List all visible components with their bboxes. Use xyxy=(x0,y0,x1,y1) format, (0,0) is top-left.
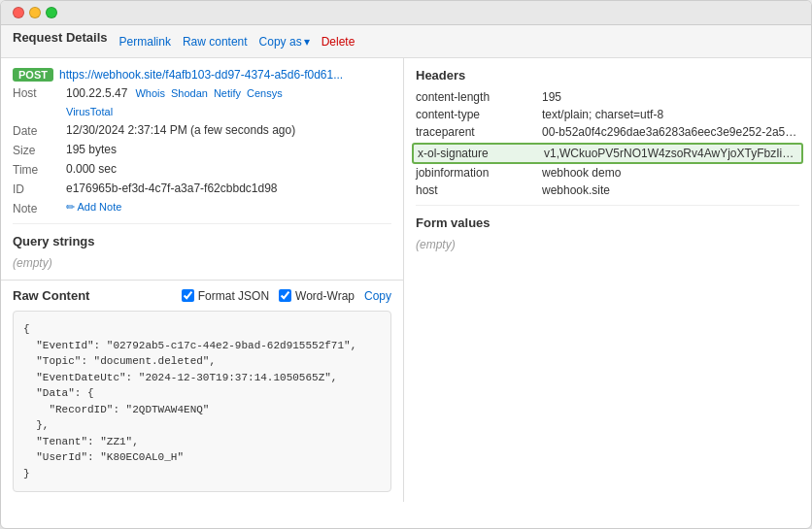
host-row: Host 100.22.5.47 Whois Shodan Netify Cen… xyxy=(13,86,391,100)
query-strings-section: Query strings (empty) xyxy=(13,234,391,270)
toolbar: Request Details Permalink Raw content Co… xyxy=(1,25,811,58)
query-strings-title: Query strings xyxy=(13,234,391,248)
divider-1 xyxy=(13,223,391,224)
header-row: traceparent00-b52a0f4c296dae3a6283a6eec3… xyxy=(416,125,799,139)
delete-link[interactable]: Delete xyxy=(321,35,355,49)
netify-link[interactable]: Netify xyxy=(214,87,241,99)
window-controls xyxy=(13,7,57,18)
raw-content-title: Raw Content xyxy=(13,288,172,303)
query-strings-empty: (empty) xyxy=(13,256,52,270)
copy-as-dropdown[interactable]: Copy as ▾ xyxy=(259,35,310,49)
header-name: host xyxy=(416,183,542,197)
id-row: ID e176965b-ef3d-4c7f-a3a7-f62cbbdc1d98 xyxy=(13,182,391,196)
id-value: e176965b-ef3d-4c7f-a3a7-f62cbbdc1d98 xyxy=(66,182,391,195)
method-badge: POST xyxy=(13,68,53,82)
id-label: ID xyxy=(13,182,66,196)
shodan-link[interactable]: Shodan xyxy=(171,87,208,99)
note-label: Note xyxy=(13,201,66,215)
divider-2 xyxy=(416,205,799,206)
raw-content-header: Raw Content Format JSON Word-Wrap Copy xyxy=(13,288,391,303)
url-text[interactable]: https://webhook.site/f4afb103-dd97-4374-… xyxy=(59,68,343,82)
format-json-label: Format JSON xyxy=(198,289,269,303)
panels-container: POST https://webhook.site/f4afb103-dd97-… xyxy=(1,58,811,502)
time-label: Time xyxy=(13,162,66,177)
maximize-button[interactable] xyxy=(46,7,57,18)
form-values-title: Form values xyxy=(416,215,799,230)
date-value: 12/30/2024 2:37:14 PM (a few seconds ago… xyxy=(66,123,391,137)
raw-content-section: Raw Content Format JSON Word-Wrap Copy {… xyxy=(1,280,403,502)
word-wrap-checkbox-label[interactable]: Word-Wrap xyxy=(279,289,355,303)
raw-code-block: { "EventId": "02792ab5-c17c-44e2-9bad-62… xyxy=(13,311,391,492)
header-row: jobinformationwebhook demo xyxy=(416,166,799,180)
header-value: 00-b52a0f4c296dae3a6283a6eec3e9e252-2a5c… xyxy=(542,125,799,139)
header-name: jobinformation xyxy=(416,166,542,180)
host-links: Whois Shodan Netify Censys xyxy=(135,87,282,99)
title-bar xyxy=(1,1,811,25)
add-note-link[interactable]: ✏ Add Note xyxy=(66,201,121,214)
header-value: text/plain; charset=utf-8 xyxy=(542,108,799,121)
copy-as-label: Copy as xyxy=(259,35,302,49)
header-name: traceparent xyxy=(416,125,542,139)
raw-content-link[interactable]: Raw content xyxy=(183,35,248,49)
left-panel: POST https://webhook.site/f4afb103-dd97-… xyxy=(1,58,404,502)
time-row: Time 0.000 sec xyxy=(13,162,391,177)
format-json-checkbox[interactable] xyxy=(182,289,194,302)
header-row: content-typetext/plain; charset=utf-8 xyxy=(416,108,799,121)
form-values-section: Form values (empty) xyxy=(416,215,799,251)
word-wrap-checkbox[interactable] xyxy=(279,289,291,302)
censys-link[interactable]: Censys xyxy=(247,87,283,99)
date-row: Date 12/30/2024 2:37:14 PM (a few second… xyxy=(13,123,391,138)
header-row: content-length195 xyxy=(416,90,799,104)
size-label: Size xyxy=(13,143,66,157)
permalink-link[interactable]: Permalink xyxy=(119,35,171,49)
header-name: x-ol-signature xyxy=(418,147,544,160)
host-label: Host xyxy=(13,86,66,100)
form-values-empty: (empty) xyxy=(416,238,456,251)
header-value: v1,WCkuoPV5rNO1W4zsoRv4AwYjoXTyFbzIiTEmi… xyxy=(544,147,797,160)
date-label: Date xyxy=(13,123,66,138)
headers-list: content-length195content-typetext/plain;… xyxy=(416,90,799,197)
main-window: Request Details Permalink Raw content Co… xyxy=(0,0,812,529)
raw-copy-link[interactable]: Copy xyxy=(364,289,391,303)
whois-link[interactable]: Whois xyxy=(135,87,165,99)
header-name: content-type xyxy=(416,108,542,121)
copy-as-arrow-icon: ▾ xyxy=(304,35,310,49)
size-value: 195 bytes xyxy=(66,143,391,156)
header-name: content-length xyxy=(416,90,542,104)
word-wrap-label: Word-Wrap xyxy=(295,289,355,303)
virustotal-link[interactable]: VirusTotal xyxy=(66,106,113,117)
size-row: Size 195 bytes xyxy=(13,143,391,157)
host-ip: 100.22.5.47 xyxy=(66,86,127,100)
format-json-checkbox-label[interactable]: Format JSON xyxy=(182,289,269,303)
note-row: Note ✏ Add Note xyxy=(13,201,391,215)
request-details-title: Request Details xyxy=(13,30,108,45)
header-value: 195 xyxy=(542,90,799,104)
minimize-button[interactable] xyxy=(29,7,41,18)
header-row: hostwebhook.site xyxy=(416,183,799,197)
headers-title: Headers xyxy=(416,68,799,83)
header-value: webhook demo xyxy=(542,166,799,180)
header-value: webhook.site xyxy=(542,183,799,197)
header-row: x-ol-signaturev1,WCkuoPV5rNO1W4zsoRv4AwY… xyxy=(412,143,803,164)
time-value: 0.000 sec xyxy=(66,162,391,176)
request-details-area: POST https://webhook.site/f4afb103-dd97-… xyxy=(1,58,403,280)
method-url-row: POST https://webhook.site/f4afb103-dd97-… xyxy=(13,68,391,82)
close-button[interactable] xyxy=(13,7,24,18)
right-panel: Headers content-length195content-typetex… xyxy=(404,58,811,502)
